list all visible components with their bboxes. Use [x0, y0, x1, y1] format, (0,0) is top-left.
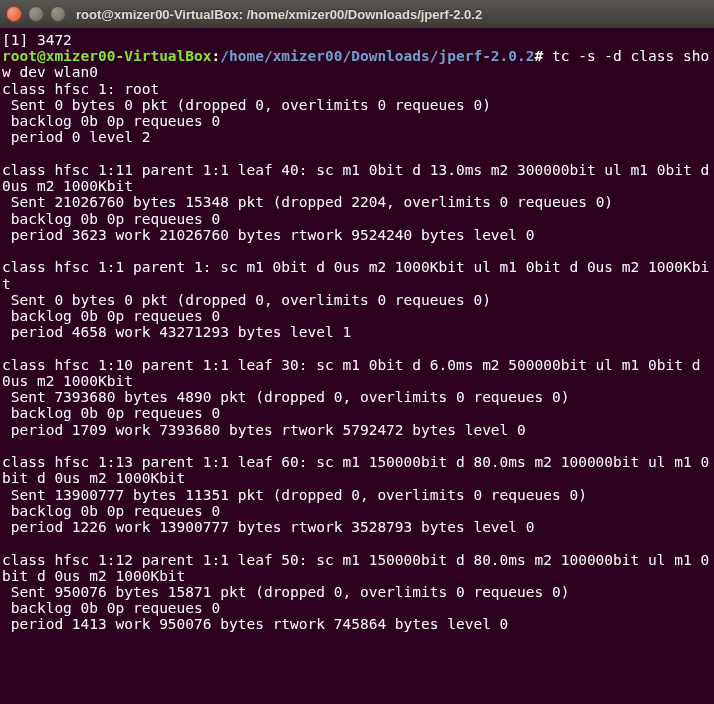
output-line: backlog 0b 0p requeues 0 [2, 113, 220, 129]
prompt-sep: : [212, 48, 221, 64]
output-line: period 4658 work 43271293 bytes level 1 [2, 324, 351, 340]
output-line: class hfsc 1:1 parent 1: sc m1 0bit d 0u… [2, 259, 709, 291]
output-line: Sent 0 bytes 0 pkt (dropped 0, overlimit… [2, 97, 491, 113]
output-line: period 0 level 2 [2, 129, 150, 145]
output-line: period 1709 work 7393680 bytes rtwork 57… [2, 422, 526, 438]
output-line: backlog 0b 0p requeues 0 [2, 308, 220, 324]
prompt-path: /home/xmizer00/Downloads/jperf-2.0.2 [220, 48, 534, 64]
prompt-hash: # [535, 48, 544, 64]
output-line: period 1226 work 13900777 bytes rtwork 3… [2, 519, 535, 535]
output-line: class hfsc 1:11 parent 1:1 leaf 40: sc m… [2, 162, 714, 194]
window-title: root@xmizer00-VirtualBox: /home/xmizer00… [76, 7, 482, 22]
prompt-user-host: root@xmizer00-VirtualBox [2, 48, 212, 64]
output-line: Sent 0 bytes 0 pkt (dropped 0, overlimit… [2, 292, 491, 308]
output-line: class hfsc 1:10 parent 1:1 leaf 30: sc m… [2, 357, 709, 389]
output-line: class hfsc 1:13 parent 1:1 leaf 60: sc m… [2, 454, 709, 486]
titlebar: root@xmizer00-VirtualBox: /home/xmizer00… [0, 0, 714, 28]
output-line: class hfsc 1:12 parent 1:1 leaf 50: sc m… [2, 552, 709, 584]
output-line: Sent 7393680 bytes 4890 pkt (dropped 0, … [2, 389, 569, 405]
output-line: Sent 21026760 bytes 15348 pkt (dropped 2… [2, 194, 613, 210]
output-line: class hfsc 1: root [2, 81, 159, 97]
output-line: backlog 0b 0p requeues 0 [2, 503, 220, 519]
maximize-icon[interactable] [50, 6, 66, 22]
minimize-icon[interactable] [28, 6, 44, 22]
output-line: Sent 13900777 bytes 11351 pkt (dropped 0… [2, 487, 587, 503]
output-line: Sent 950076 bytes 15871 pkt (dropped 0, … [2, 584, 569, 600]
output-line: backlog 0b 0p requeues 0 [2, 600, 220, 616]
terminal-output[interactable]: [1] 3472 root@xmizer00-VirtualBox:/home/… [0, 28, 714, 704]
close-icon[interactable] [6, 6, 22, 22]
output-line: period 1413 work 950076 bytes rtwork 745… [2, 616, 508, 632]
output-line: backlog 0b 0p requeues 0 [2, 405, 220, 421]
output-line: backlog 0b 0p requeues 0 [2, 211, 220, 227]
output-line: [1] 3472 [2, 32, 72, 48]
output-line: period 3623 work 21026760 bytes rtwork 9… [2, 227, 535, 243]
